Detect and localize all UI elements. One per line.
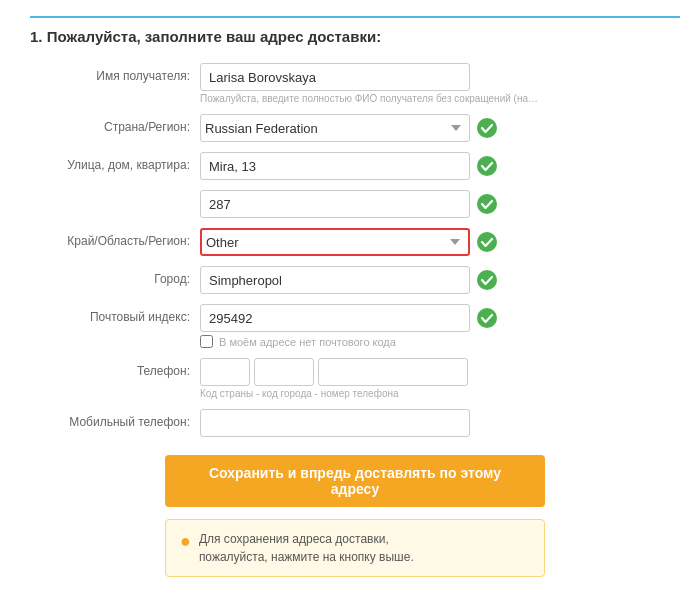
info-box: ● Для сохранения адреса доставки,пожалуй… — [165, 519, 545, 577]
mobile-input[interactable] — [200, 409, 470, 437]
phone-row: Телефон: Код страны - код города - номер… — [30, 358, 680, 399]
recipient-label: Имя получателя: — [30, 63, 200, 83]
phone-city-input[interactable] — [254, 358, 314, 386]
city-input[interactable] — [200, 266, 470, 294]
street-input[interactable] — [200, 152, 470, 180]
mobile-label: Мобильный телефон: — [30, 409, 200, 429]
street-row: Улица, дом, квартира: — [30, 152, 680, 180]
country-check-icon — [476, 117, 498, 139]
svg-point-4 — [477, 270, 497, 290]
postal-input[interactable] — [200, 304, 470, 332]
country-select[interactable]: Russian Federation — [200, 114, 470, 142]
phone-label: Телефон: — [30, 358, 200, 378]
region-row: Край/Область/Регион: Other — [30, 228, 680, 256]
page-wrapper: 1. Пожалуйста, заполните ваш адрес доста… — [0, 0, 700, 616]
region-check-icon — [476, 231, 498, 253]
street2-row — [30, 190, 680, 218]
street2-label — [30, 190, 200, 196]
region-select[interactable]: Other — [200, 228, 470, 256]
phone-number-input[interactable] — [318, 358, 468, 386]
city-row: Город: — [30, 266, 680, 294]
region-label: Край/Область/Регион: — [30, 228, 200, 248]
street-check-icon — [476, 155, 498, 177]
recipient-row: Имя получателя: Пожалуйста, введите полн… — [30, 63, 680, 104]
phone-country-input[interactable] — [200, 358, 250, 386]
no-postal-checkbox[interactable] — [200, 335, 213, 348]
street-label: Улица, дом, квартира: — [30, 152, 200, 172]
info-box-text: Для сохранения адреса доставки,пожалуйст… — [199, 530, 414, 566]
country-label: Страна/Регион: — [30, 114, 200, 134]
no-postal-label: В моём адресе нет почтового кода — [219, 336, 396, 348]
postal-label: Почтовый индекс: — [30, 304, 200, 324]
svg-point-2 — [477, 194, 497, 214]
postal-check-icon — [476, 307, 498, 329]
info-icon: ● — [180, 531, 191, 552]
svg-point-5 — [477, 308, 497, 328]
country-row: Страна/Регион: Russian Federation — [30, 114, 680, 142]
recipient-hint: Пожалуйста, введите полностью ФИО получа… — [200, 93, 540, 104]
save-button[interactable]: Сохранить и впредь доставлять по этому а… — [165, 455, 545, 507]
street2-input[interactable] — [200, 190, 470, 218]
svg-point-3 — [477, 232, 497, 252]
postal-row: Почтовый индекс: В моём адресе нет почто… — [30, 304, 680, 348]
section-title: 1. Пожалуйста, заполните ваш адрес доста… — [30, 16, 680, 45]
svg-point-0 — [477, 118, 497, 138]
phone-hint: Код страны - код города - номер телефона — [200, 388, 680, 399]
svg-point-1 — [477, 156, 497, 176]
city-label: Город: — [30, 266, 200, 286]
mobile-row: Мобильный телефон: — [30, 409, 680, 437]
city-check-icon — [476, 269, 498, 291]
street2-check-icon — [476, 193, 498, 215]
recipient-input[interactable] — [200, 63, 470, 91]
